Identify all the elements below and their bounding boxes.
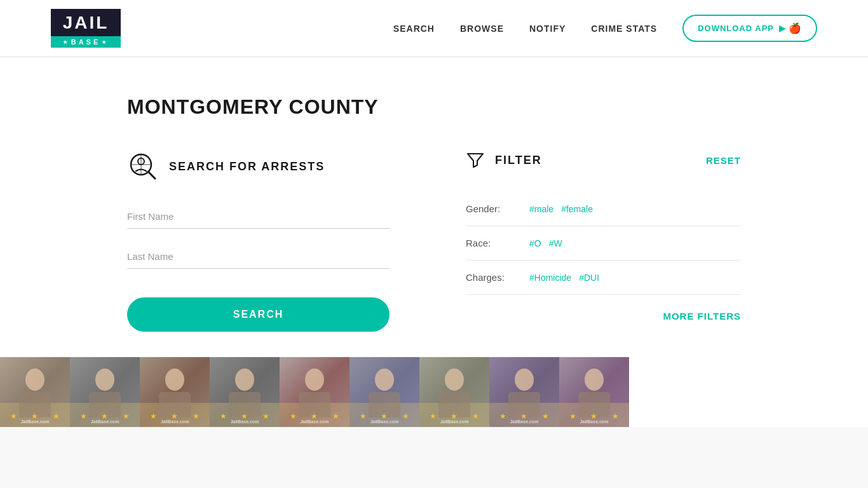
watermark-7: JailBase.com xyxy=(440,419,469,424)
mugshot-thumbnail-4[interactable]: ★ ★ ★ JailBase.com xyxy=(210,357,280,427)
race-filter-row: Race: #O #W xyxy=(466,226,741,261)
logo-container[interactable]: JAIL ★ BASE ★ xyxy=(51,9,121,48)
star-1: ★ xyxy=(499,412,506,421)
filter-icon xyxy=(466,151,485,170)
person-head xyxy=(445,369,464,391)
search-section-header: SEARCH FOR ARRESTS xyxy=(127,151,390,182)
person-shape xyxy=(159,369,191,417)
download-app-label: DOWNLOAD APP xyxy=(698,24,774,33)
search-button[interactable]: SEARCH xyxy=(127,297,390,332)
star-1: ★ xyxy=(360,412,367,421)
logo-base-text: BASE xyxy=(71,38,101,46)
logo-top: JAIL xyxy=(51,9,121,37)
mugshot-thumbnail-8[interactable]: ★ ★ ★ JailBase.com xyxy=(489,357,559,427)
person-shape xyxy=(438,369,470,417)
mugshot-thumbnail-9[interactable]: ★ ★ ★ JailBase.com xyxy=(559,357,629,427)
star-3: ★ xyxy=(542,412,549,421)
race-tags: #O #W xyxy=(529,238,562,248)
filter-tag-dui[interactable]: #DUI xyxy=(579,273,599,283)
person-head xyxy=(95,369,114,391)
site-logo[interactable]: JAIL ★ BASE ★ xyxy=(51,9,121,48)
filter-tag-male[interactable]: #male xyxy=(529,204,553,214)
charges-tags: #Homicide #DUI xyxy=(529,273,599,283)
person-head xyxy=(235,369,254,391)
svg-line-2 xyxy=(148,172,155,179)
charges-filter-row: Charges: #Homicide #DUI xyxy=(466,261,741,295)
mugshot-thumbnail-3[interactable]: ★ ★ ★ JailBase.com xyxy=(140,357,210,427)
person-head xyxy=(375,369,394,391)
person-head xyxy=(515,369,534,391)
thumbnails-section: ★ ★ ★ JailBase.com ★ ★ ★ JailBase.com ★ … xyxy=(0,357,868,427)
star-1: ★ xyxy=(150,412,157,421)
watermark-4: JailBase.com xyxy=(231,419,259,424)
star-1: ★ xyxy=(290,412,297,421)
mugshot-thumbnail-7[interactable]: ★ ★ ★ JailBase.com xyxy=(419,357,489,427)
star-3: ★ xyxy=(402,412,409,421)
logo-jail-text: JAIL xyxy=(63,13,109,32)
filter-header-left: FILTER xyxy=(466,151,542,170)
apple-icon: 🍎 xyxy=(789,22,802,34)
reset-button[interactable]: RESET xyxy=(706,155,741,166)
filter-section: FILTER RESET Gender: #male #female Race:… xyxy=(453,151,741,332)
gender-tags: #male #female xyxy=(529,204,593,214)
race-label: Race: xyxy=(466,238,517,248)
star-1: ★ xyxy=(430,412,437,421)
watermark-9: JailBase.com xyxy=(580,419,609,424)
person-shape xyxy=(89,369,121,417)
person-shape xyxy=(229,369,261,417)
search-section: SEARCH FOR ARRESTS SEARCH xyxy=(127,151,415,332)
star-3: ★ xyxy=(332,412,339,421)
download-app-button[interactable]: DOWNLOAD APP ▶ 🍎 xyxy=(682,15,817,42)
person-shape xyxy=(299,369,330,417)
person-shape xyxy=(508,369,540,417)
star-3: ★ xyxy=(612,412,619,421)
person-shape xyxy=(578,369,610,417)
content-grid: SEARCH FOR ARRESTS SEARCH FILTER RESET xyxy=(127,151,741,332)
filter-tag-o[interactable]: #O xyxy=(529,238,541,248)
watermark-8: JailBase.com xyxy=(510,419,539,424)
search-arrests-icon xyxy=(127,151,159,182)
person-head xyxy=(585,369,604,391)
mugshot-thumbnail-5[interactable]: ★ ★ ★ JailBase.com xyxy=(280,357,349,427)
nav-notify[interactable]: NOTIFY xyxy=(529,24,566,34)
main-content: MONTGOMERY COUNTY xyxy=(0,57,868,357)
person-shape xyxy=(369,369,400,417)
search-section-title: SEARCH FOR ARRESTS xyxy=(169,160,325,173)
page-title: MONTGOMERY COUNTY xyxy=(127,95,741,119)
star-1: ★ xyxy=(80,412,87,421)
last-name-input[interactable] xyxy=(127,245,390,269)
logo-star-left: ★ xyxy=(63,39,70,45)
star-3: ★ xyxy=(123,412,130,421)
filter-tag-w[interactable]: #W xyxy=(549,238,562,248)
logo-star-right: ★ xyxy=(102,39,109,45)
star-3: ★ xyxy=(472,412,479,421)
site-header: JAIL ★ BASE ★ SEARCH BROWSE NOTIFY CRIME… xyxy=(0,0,868,57)
filter-section-title: FILTER xyxy=(495,154,542,167)
mugshot-thumbnail-2[interactable]: ★ ★ ★ JailBase.com xyxy=(70,357,140,427)
filter-header: FILTER RESET xyxy=(466,151,741,170)
person-head xyxy=(25,369,44,391)
nav-search[interactable]: SEARCH xyxy=(393,24,435,34)
watermark-5: JailBase.com xyxy=(301,419,329,424)
mugshot-thumbnail-1[interactable]: ★ ★ ★ JailBase.com xyxy=(0,357,70,427)
mugshot-thumbnail-6[interactable]: ★ ★ ★ JailBase.com xyxy=(349,357,419,427)
first-name-group xyxy=(127,205,390,229)
first-name-input[interactable] xyxy=(127,205,390,229)
person-head xyxy=(305,369,324,391)
watermark-1: JailBase.com xyxy=(21,419,50,424)
filter-tag-female[interactable]: #female xyxy=(561,204,593,214)
star-3: ★ xyxy=(193,412,200,421)
more-filters-button[interactable]: MORE FILTERS xyxy=(466,311,741,322)
last-name-group xyxy=(127,245,390,269)
download-icons: ▶ 🍎 xyxy=(779,22,802,34)
watermark-6: JailBase.com xyxy=(370,419,399,424)
play-icon: ▶ xyxy=(779,24,786,33)
nav-crime-stats[interactable]: CRIME STATS xyxy=(591,24,657,34)
star-3: ★ xyxy=(262,412,269,421)
nav-browse[interactable]: BROWSE xyxy=(460,24,504,34)
person-head xyxy=(165,369,184,391)
filter-tag-homicide[interactable]: #Homicide xyxy=(529,273,571,283)
gender-filter-row: Gender: #male #female xyxy=(466,192,741,226)
search-icon-container xyxy=(127,151,159,182)
main-nav: SEARCH BROWSE NOTIFY CRIME STATS DOWNLOA… xyxy=(393,15,817,42)
